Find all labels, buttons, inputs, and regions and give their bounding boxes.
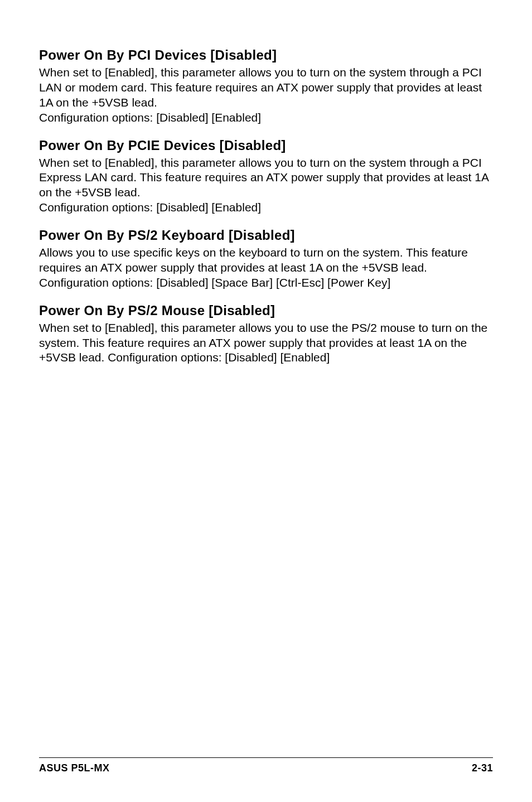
body-ps2-mouse: When set to [Enabled], this parameter al… (39, 321, 493, 366)
page-footer: ASUS P5L-MX 2-31 (39, 757, 493, 774)
section-ps2-mouse: Power On By PS/2 Mouse [Disabled] When s… (39, 303, 493, 366)
section-pcie-devices: Power On By PCIE Devices [Disabled] When… (39, 138, 493, 216)
heading-pci-devices: Power On By PCI Devices [Disabled] (39, 47, 493, 63)
section-pci-devices: Power On By PCI Devices [Disabled] When … (39, 47, 493, 125)
section-ps2-keyboard: Power On By PS/2 Keyboard [Disabled] All… (39, 228, 493, 291)
heading-ps2-mouse: Power On By PS/2 Mouse [Disabled] (39, 303, 493, 318)
body-pcie-devices: When set to [Enabled], this parameter al… (39, 156, 493, 216)
heading-pcie-devices: Power On By PCIE Devices [Disabled] (39, 138, 493, 153)
heading-ps2-keyboard: Power On By PS/2 Keyboard [Disabled] (39, 228, 493, 243)
footer-page-number: 2-31 (472, 762, 493, 774)
footer-product-name: ASUS P5L-MX (39, 762, 110, 774)
body-pci-devices: When set to [Enabled], this parameter al… (39, 65, 493, 125)
body-ps2-keyboard: Allows you to use specific keys on the k… (39, 245, 493, 291)
